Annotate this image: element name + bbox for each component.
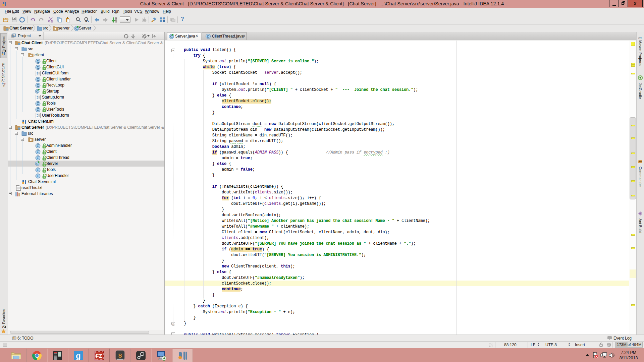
- svg-text:C: C: [37, 78, 40, 81]
- svg-text:g: g: [76, 351, 81, 360]
- svg-text:C: C: [37, 108, 40, 112]
- svg-text:C: C: [207, 35, 209, 39]
- svg-text:C: C: [37, 66, 40, 69]
- svg-text:S: S: [118, 353, 122, 359]
- svg-text:C: C: [37, 60, 40, 63]
- svg-text:C: C: [37, 174, 40, 178]
- svg-text:C: C: [37, 102, 40, 106]
- svg-text:m: m: [638, 36, 642, 40]
- svg-text:A: A: [85, 20, 87, 23]
- svg-text:C: C: [37, 84, 40, 87]
- svg-text:C: C: [37, 150, 40, 154]
- svg-text:C: C: [37, 144, 40, 148]
- svg-text:01: 01: [115, 21, 117, 23]
- svg-text:FZ: FZ: [96, 353, 102, 359]
- svg-text:C: C: [37, 156, 40, 160]
- svg-text:C: C: [37, 168, 40, 172]
